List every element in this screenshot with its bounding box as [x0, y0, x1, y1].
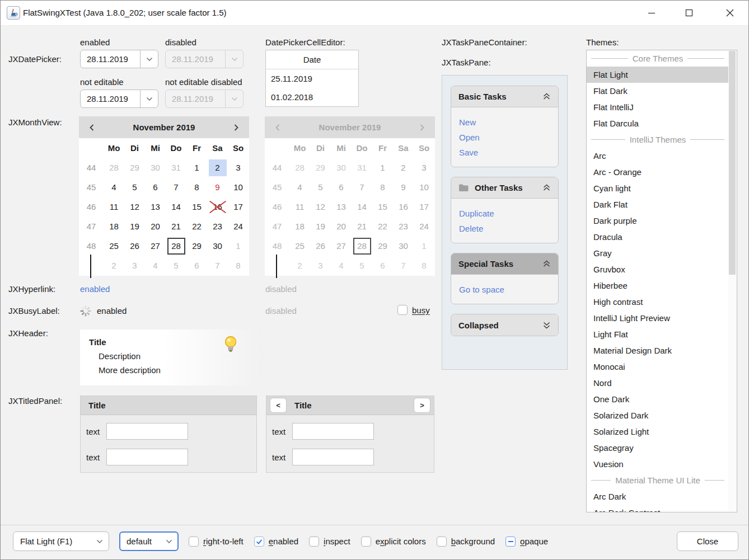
- calendar-day[interactable]: 16: [207, 197, 228, 217]
- taskpane-header[interactable]: Other Tasks: [451, 177, 558, 199]
- collapse-chevrons-icon[interactable]: [542, 92, 551, 101]
- taskpane-link-go-to-space[interactable]: Go to space: [459, 282, 558, 297]
- theme-list-item[interactable]: Arc Dark: [587, 488, 729, 505]
- calendar-day[interactable]: 4: [145, 256, 166, 275]
- calendar-day[interactable]: 31: [166, 158, 186, 177]
- table-row[interactable]: 01.02.2018: [266, 88, 358, 106]
- checkbox-box[interactable]: [189, 537, 199, 547]
- checkbox-box[interactable]: [505, 537, 516, 547]
- minimize-button[interactable]: [635, 1, 668, 25]
- hyperlink-enabled[interactable]: enabled: [80, 284, 110, 294]
- text-input[interactable]: [292, 423, 374, 440]
- monthview-enabled[interactable]: November 2019MoDiMiDoFrSaSo4428293031123…: [79, 116, 249, 276]
- taskpane-link-open[interactable]: Open: [459, 130, 558, 145]
- scrollbar-thumb[interactable]: [729, 51, 736, 275]
- datepicker-value[interactable]: 28.11.2019: [81, 90, 140, 107]
- theme-list-item[interactable]: Flat Dark: [587, 83, 729, 99]
- next-month-button[interactable]: [230, 121, 242, 134]
- theme-list-item[interactable]: Arc - Orange: [587, 164, 729, 180]
- datepicker-not-editable[interactable]: 28.11.2019: [80, 90, 158, 108]
- theme-list-item[interactable]: Light Flat: [587, 326, 729, 342]
- checkbox-explicit-colors[interactable]: explicit colors: [361, 537, 426, 547]
- calendar-day[interactable]: 2: [104, 256, 124, 275]
- calendar-day[interactable]: 27: [145, 236, 166, 256]
- close-button[interactable]: Close: [677, 531, 738, 551]
- themes-listbox[interactable]: Core ThemesFlat LightFlat DarkFlat Intel…: [586, 50, 737, 512]
- taskpane-header[interactable]: Special Tasks: [451, 253, 558, 275]
- checkbox-right-to-left[interactable]: right-to-left: [189, 537, 244, 547]
- calendar-day[interactable]: 4: [104, 177, 124, 197]
- calendar-day[interactable]: 1: [186, 158, 207, 177]
- theme-list-item[interactable]: Spacegray: [587, 440, 729, 456]
- theme-list-item[interactable]: Cyan light: [587, 180, 729, 196]
- taskpane-link-new[interactable]: New: [459, 115, 558, 130]
- calendar-day[interactable]: 1: [228, 236, 249, 256]
- calendar-day[interactable]: 6: [145, 177, 166, 197]
- theme-list-item[interactable]: Nord: [587, 375, 729, 391]
- text-input[interactable]: [292, 449, 374, 465]
- theme-list-item[interactable]: Dark Flat: [587, 196, 729, 213]
- close-window-button[interactable]: [714, 1, 746, 25]
- calendar-day[interactable]: 7: [207, 256, 228, 275]
- checkbox-busy[interactable]: busy: [397, 305, 430, 315]
- theme-list-item[interactable]: IntelliJ Light Preview: [587, 310, 729, 326]
- taskpane-header[interactable]: Collapsed: [451, 314, 558, 336]
- calendar-day[interactable]: 30: [207, 236, 228, 256]
- prev-month-button[interactable]: [86, 121, 98, 134]
- variant-combobox[interactable]: default: [119, 531, 179, 551]
- calendar-day[interactable]: 15: [186, 197, 207, 217]
- theme-list-item[interactable]: Vuesion: [587, 456, 729, 472]
- checkbox-background[interactable]: background: [437, 537, 495, 547]
- calendar-day[interactable]: 8: [228, 256, 249, 275]
- taskpane-link-duplicate[interactable]: Duplicate: [459, 206, 558, 221]
- calendar-day[interactable]: 11: [104, 197, 124, 217]
- calendar-day[interactable]: 26: [124, 236, 145, 256]
- theme-list-item[interactable]: Dracula: [587, 229, 729, 245]
- theme-list-item[interactable]: Arc: [587, 148, 729, 164]
- calendar-day[interactable]: 29: [124, 158, 145, 177]
- datepicker-value[interactable]: 28.11.2019: [81, 50, 140, 68]
- datepicker-dropdown-button[interactable]: [140, 90, 158, 107]
- theme-list-item[interactable]: Dark purple: [587, 213, 729, 229]
- calendar-day[interactable]: 25: [104, 236, 124, 256]
- calendar-day[interactable]: 3: [228, 158, 249, 177]
- theme-list-item[interactable]: Flat Light: [587, 67, 729, 83]
- calendar-day[interactable]: 17: [228, 197, 249, 217]
- table-row[interactable]: 25.11.2019: [266, 69, 358, 88]
- calendar-day[interactable]: 9: [207, 177, 228, 197]
- calendar-day[interactable]: 2: [207, 158, 228, 177]
- checkbox-inspect[interactable]: inspect: [309, 537, 350, 547]
- calendar-day[interactable]: 19: [124, 217, 145, 236]
- checkbox-box[interactable]: [361, 537, 371, 547]
- calendar-day[interactable]: 8: [186, 177, 207, 197]
- calendar-day[interactable]: 6: [186, 256, 207, 275]
- calendar-day[interactable]: 20: [145, 217, 166, 236]
- calendar-day[interactable]: 10: [228, 177, 249, 197]
- calendar-day[interactable]: 12: [124, 197, 145, 217]
- panel-prev-button[interactable]: <: [270, 398, 287, 413]
- calendar-day[interactable]: 28: [104, 158, 124, 177]
- calendar-day[interactable]: 22: [186, 217, 207, 236]
- theme-list-item[interactable]: Gruvbox: [587, 261, 729, 277]
- datepicker-enabled[interactable]: 28.11.2019: [80, 50, 158, 68]
- lookandfeel-combobox[interactable]: Flat Light (F1): [13, 531, 109, 551]
- expand-chevrons-icon[interactable]: [542, 321, 551, 330]
- calendar-day[interactable]: 29: [186, 236, 207, 256]
- calendar-day[interactable]: 24: [228, 217, 249, 236]
- theme-list-item[interactable]: Solarized Light: [587, 423, 729, 440]
- calendar-day[interactable]: 13: [145, 197, 166, 217]
- theme-list-item[interactable]: Monocai: [587, 359, 729, 375]
- text-input[interactable]: [106, 423, 188, 440]
- calendar-day[interactable]: 5: [166, 256, 186, 275]
- taskpane-link-save[interactable]: Save: [459, 145, 558, 160]
- titlebar[interactable]: FlatSwingXTest (Java 1.8.0_202; user sca…: [1, 1, 748, 26]
- calendar-day[interactable]: 30: [145, 158, 166, 177]
- table-column-header[interactable]: Date: [266, 50, 358, 69]
- collapse-chevrons-icon[interactable]: [542, 183, 551, 192]
- calendar-day[interactable]: 23: [207, 217, 228, 236]
- calendar-day[interactable]: 28: [166, 236, 186, 256]
- theme-list-item[interactable]: High contrast: [587, 294, 729, 310]
- taskpane-header[interactable]: Basic Tasks: [451, 86, 558, 107]
- theme-list-item[interactable]: Gray: [587, 245, 729, 261]
- calendar-day[interactable]: 5: [124, 177, 145, 197]
